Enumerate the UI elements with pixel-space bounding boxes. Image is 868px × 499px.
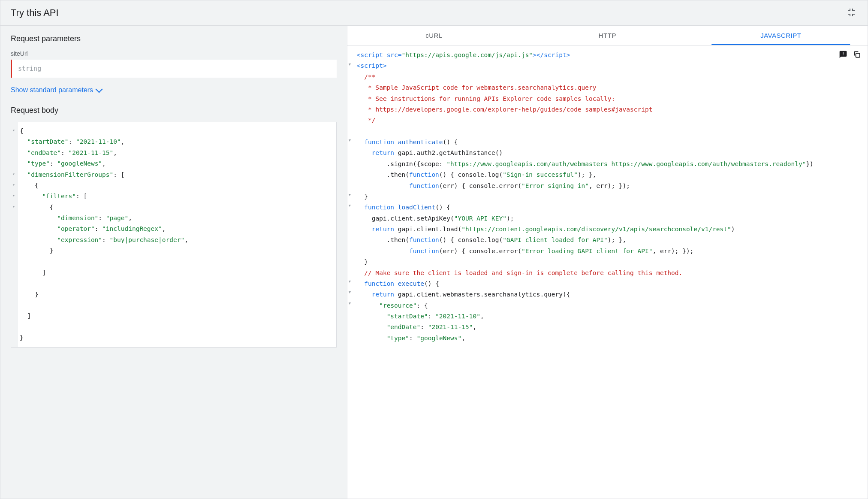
svg-rect-0 — [856, 54, 860, 57]
code-token: "2021-11-15" — [428, 324, 473, 330]
code-token: "https://content.googleapis.com/discover… — [461, 226, 731, 233]
code-token: "type" — [387, 335, 409, 342]
code-token: (err) { console.error( — [439, 248, 521, 254]
header: Try this API — [0, 0, 868, 26]
tabs: cURL HTTP JAVASCRIPT — [347, 26, 868, 45]
code-token: "startDate" — [387, 313, 428, 320]
code-token: "resource" — [379, 302, 416, 309]
code-token: // Make sure the client is loaded and si… — [364, 269, 682, 276]
code-token: ); }, — [608, 236, 627, 243]
code-token: .signIn({scope: — [357, 160, 447, 167]
collapse-icon[interactable] — [847, 8, 857, 18]
code-token: ); — [506, 215, 514, 222]
chevron-down-icon — [96, 86, 103, 93]
code-token: * See instructions for running APIs Expl… — [364, 95, 615, 102]
siteurl-input[interactable] — [11, 60, 337, 78]
code-token: return — [372, 226, 394, 233]
code-token: gapi.client.setApiKey( — [357, 215, 454, 222]
code-token: /** — [364, 73, 375, 80]
tab-curl[interactable]: cURL — [347, 26, 521, 45]
code-token: , err); }); — [652, 248, 693, 254]
request-body-title: Request body — [11, 106, 337, 115]
code-token: "2021-11-10" — [435, 313, 480, 320]
code-toolbar — [838, 50, 862, 59]
code-token: return — [372, 291, 394, 298]
code-token: "endDate" — [387, 324, 421, 330]
code-token: (err) { console.error( — [439, 182, 521, 189]
code-token — [357, 182, 409, 189]
code-token: function — [364, 280, 394, 287]
code-token: "Error loading GAPI client for API" — [521, 248, 653, 254]
code-token: , err); }); — [589, 182, 630, 189]
code-token: * Sample JavaScript code for webmasters.… — [364, 84, 596, 91]
code-token: "https://apis.google.com/js/api.js" — [402, 51, 533, 58]
code-token: .then( — [357, 171, 409, 178]
code-token: gapi.auth2.getAuthInstance() — [394, 149, 503, 156]
right-panel: cURL HTTP JAVASCRIPT ▾ ▾ ▾ ▾ — [347, 26, 868, 499]
show-standard-parameters-link[interactable]: Show standard parameters — [11, 86, 102, 94]
copy-icon[interactable] — [852, 50, 862, 59]
json-content[interactable]: { "startDate": "2021-11-10", "endDate": … — [11, 122, 336, 347]
left-panel: Request parameters siteUrl Show standard… — [0, 26, 347, 499]
code-token: execute — [398, 280, 424, 287]
code-token: function — [409, 182, 439, 189]
code-token: "Sign-in successful" — [503, 171, 578, 178]
param-label-siteurl: siteUrl — [11, 50, 337, 57]
code-token: function — [409, 248, 439, 254]
code-token: "googleNews" — [417, 335, 462, 342]
code-token: gapi.client.webmasters.searchanalytics.q… — [394, 291, 570, 298]
code-token: "YOUR_API_KEY" — [454, 215, 506, 222]
code-token: function — [409, 236, 439, 243]
code-token: return — [372, 149, 394, 156]
code-token: .then( — [357, 236, 409, 243]
code-content[interactable]: <script src="https://apis.google.com/js/… — [347, 45, 868, 348]
request-parameters-title: Request parameters — [11, 34, 337, 43]
code-token — [357, 248, 409, 254]
code-token: () { console.log( — [439, 236, 503, 243]
code-token: gapi.client.load( — [394, 226, 461, 233]
code-token: <script> — [357, 62, 387, 69]
content: Request parameters siteUrl Show standard… — [0, 26, 868, 499]
show-standard-parameters-label: Show standard parameters — [11, 86, 93, 94]
code-token: <script src= — [357, 51, 402, 58]
code-token: * https://developers.google.com/explorer… — [364, 106, 652, 113]
code-area: ▾ ▾ ▾ ▾ ▾ ▾ ▾ <script src="https://apis.… — [347, 45, 868, 499]
request-body-editor[interactable]: ▾ ▾ ▾ ▾ ▾ { "startDate": "2021-11-10", "… — [11, 122, 337, 348]
page-title: Try this API — [11, 7, 59, 18]
code-token: */ — [364, 117, 375, 124]
code-token: function — [364, 139, 394, 145]
api-explorer-panel: Try this API Request parameters siteUrl … — [0, 0, 868, 499]
code-token: () { console.log( — [439, 171, 503, 178]
code-token: loadClient — [398, 204, 435, 211]
tab-javascript[interactable]: JAVASCRIPT — [694, 26, 868, 45]
code-token: function — [409, 171, 439, 178]
code-token: "Error signing in" — [521, 182, 589, 189]
code-token: function — [364, 204, 394, 211]
code-token: ); }, — [578, 171, 597, 178]
json-gutter: ▾ ▾ ▾ ▾ ▾ — [11, 122, 18, 347]
code-token: ></script> — [533, 51, 570, 58]
code-token: "GAPI client loaded for API" — [503, 236, 607, 243]
code-token: "https://www.googleapis.com/auth/webmast… — [446, 160, 806, 167]
code-token: authenticate — [398, 139, 443, 145]
tab-http[interactable]: HTTP — [521, 26, 694, 45]
report-icon[interactable] — [838, 50, 848, 59]
